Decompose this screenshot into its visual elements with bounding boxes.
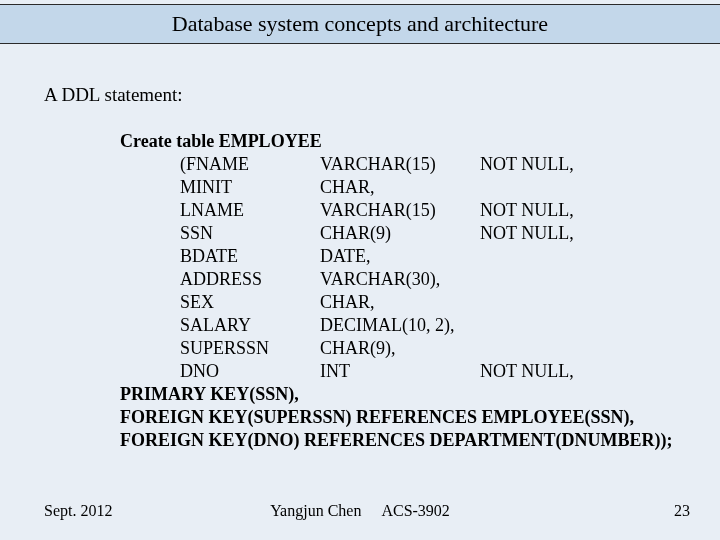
column-type: INT bbox=[320, 360, 480, 383]
column-type: CHAR, bbox=[320, 176, 480, 199]
column-type: CHAR, bbox=[320, 291, 480, 314]
column-constraint: NOT NULL, bbox=[480, 222, 574, 245]
column-row: LNAME VARCHAR(15) NOT NULL, bbox=[120, 199, 720, 222]
footer-author: Yangjun Chen bbox=[270, 502, 361, 519]
column-row: SEX CHAR, bbox=[120, 291, 720, 314]
column-row: MINIT CHAR, bbox=[120, 176, 720, 199]
footer-date: Sept. 2012 bbox=[44, 502, 112, 520]
title-band: Database system concepts and architectur… bbox=[0, 4, 720, 44]
column-type: VARCHAR(30), bbox=[320, 268, 480, 291]
ddl-block: Create table EMPLOYEE (FNAME VARCHAR(15)… bbox=[120, 130, 720, 452]
column-name: MINIT bbox=[180, 176, 320, 199]
column-type: CHAR(9) bbox=[320, 222, 480, 245]
column-type: VARCHAR(15) bbox=[320, 153, 480, 176]
column-name: (FNAME bbox=[180, 153, 320, 176]
page-title: Database system concepts and architectur… bbox=[172, 11, 548, 37]
footer: Sept. 2012 Yangjun ChenACS-3902 23 bbox=[0, 502, 720, 520]
column-type: CHAR(9), bbox=[320, 337, 480, 360]
column-row: DNO INT NOT NULL, bbox=[120, 360, 720, 383]
column-row: (FNAME VARCHAR(15) NOT NULL, bbox=[120, 153, 720, 176]
intro-text: A DDL statement: bbox=[44, 84, 720, 106]
column-name: SUPERSSN bbox=[180, 337, 320, 360]
column-type: VARCHAR(15) bbox=[320, 199, 480, 222]
foreign-key-line: FOREIGN KEY(DNO) REFERENCES DEPARTMENT(D… bbox=[120, 429, 720, 452]
column-type: DECIMAL(10, 2), bbox=[320, 314, 480, 337]
column-type: DATE, bbox=[320, 245, 480, 268]
create-line: Create table EMPLOYEE bbox=[120, 130, 720, 153]
column-row: BDATE DATE, bbox=[120, 245, 720, 268]
column-name: BDATE bbox=[180, 245, 320, 268]
footer-page: 23 bbox=[674, 502, 690, 520]
column-row: SSN CHAR(9) NOT NULL, bbox=[120, 222, 720, 245]
column-constraint: NOT NULL, bbox=[480, 199, 574, 222]
column-name: LNAME bbox=[180, 199, 320, 222]
foreign-key-line: FOREIGN KEY(SUPERSSN) REFERENCES EMPLOYE… bbox=[120, 406, 720, 429]
column-row: SUPERSSN CHAR(9), bbox=[120, 337, 720, 360]
column-row: ADDRESS VARCHAR(30), bbox=[120, 268, 720, 291]
primary-key-line: PRIMARY KEY(SSN), bbox=[120, 383, 720, 406]
column-name: ADDRESS bbox=[180, 268, 320, 291]
footer-center: Yangjun ChenACS-3902 bbox=[270, 502, 450, 520]
column-name: DNO bbox=[180, 360, 320, 383]
column-name: SSN bbox=[180, 222, 320, 245]
column-name: SALARY bbox=[180, 314, 320, 337]
footer-course: ACS-3902 bbox=[381, 502, 449, 519]
column-row: SALARY DECIMAL(10, 2), bbox=[120, 314, 720, 337]
column-constraint: NOT NULL, bbox=[480, 360, 574, 383]
column-name: SEX bbox=[180, 291, 320, 314]
column-constraint: NOT NULL, bbox=[480, 153, 574, 176]
